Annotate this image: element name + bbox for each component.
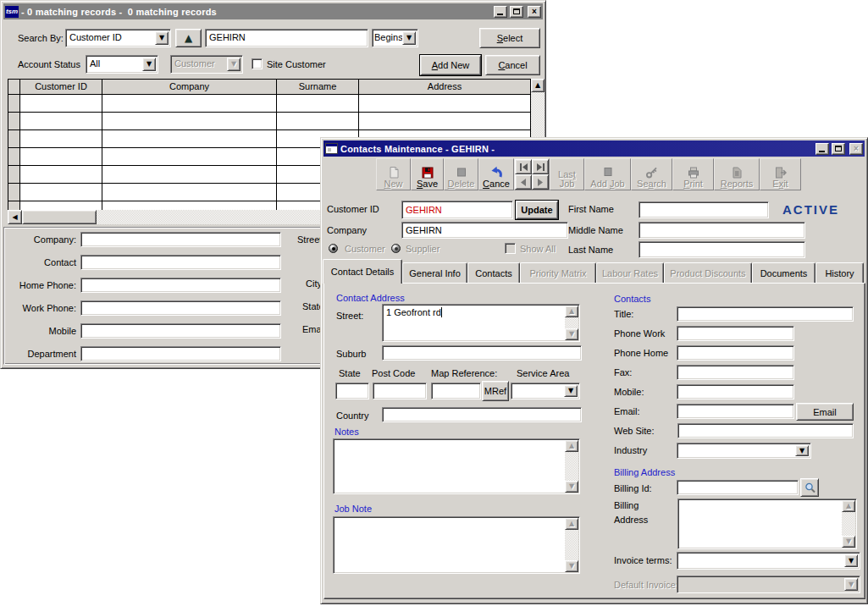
maximize-icon[interactable]	[832, 143, 845, 155]
detail-right-label: Street	[297, 234, 322, 245]
add-new-button[interactable]: Add New	[420, 55, 481, 75]
minimize-icon[interactable]	[494, 6, 507, 18]
invoice-terms-combo[interactable]: ▼	[677, 552, 860, 570]
grid-column-header[interactable]: Address	[359, 80, 531, 95]
contacts-window: Contacts Maintenance - GEHIRN - × NewSav…	[320, 137, 868, 604]
account-status-combo[interactable]: All ▼	[86, 55, 158, 74]
contacts-window-titlebar[interactable]: Contacts Maintenance - GEHIRN - ×	[323, 140, 865, 157]
tab-documents[interactable]: Documents	[752, 262, 815, 284]
last-name-field[interactable]	[639, 241, 805, 258]
search-input[interactable]: GEHIRN	[205, 29, 368, 47]
tab-labour-rates-label: Labour Rates	[602, 268, 658, 278]
search-up-button[interactable]: ▲	[175, 29, 202, 47]
suburb-field[interactable]	[382, 345, 582, 361]
supplier-radio[interactable]	[391, 244, 401, 253]
last-record-icon[interactable]	[532, 159, 549, 174]
search-by-combo[interactable]: Customer ID ▼	[65, 29, 171, 47]
contacts-heading: Contacts	[614, 294, 650, 304]
minimize-icon[interactable]	[815, 143, 829, 155]
tab-history[interactable]: History	[815, 262, 864, 284]
chevron-down-icon[interactable]: ▼	[795, 445, 809, 456]
chevron-down-icon[interactable]: ▼	[564, 385, 578, 397]
fax-field[interactable]	[677, 365, 794, 380]
mref-button[interactable]: MRef	[482, 381, 509, 401]
grid-cell	[20, 184, 102, 201]
grid-column-header[interactable]: Customer ID	[20, 80, 102, 95]
cancel-button[interactable]: Cancel	[485, 55, 540, 75]
state-field[interactable]	[335, 383, 369, 399]
street-field[interactable]: 1 Geofront rd ▲ ▼	[382, 304, 580, 342]
tab-general-info[interactable]: General Info	[402, 262, 467, 284]
middle-name-label: Middle Name	[568, 225, 623, 235]
hscroll-thumb[interactable]	[22, 210, 97, 224]
close-icon[interactable]: ×	[528, 6, 541, 18]
country-field[interactable]	[382, 407, 582, 422]
phone-home-field[interactable]	[677, 345, 794, 361]
email-field[interactable]	[677, 404, 794, 419]
detail-field[interactable]	[80, 278, 281, 293]
maximize-icon[interactable]	[510, 6, 523, 18]
grid-cell	[20, 113, 102, 130]
chevron-down-icon[interactable]: ▼	[142, 58, 156, 71]
post-code-field[interactable]	[373, 383, 427, 399]
grid-column-header[interactable]: Surname	[277, 80, 359, 95]
tab-priority-matrix: Priority Matrix	[520, 262, 596, 284]
phone-work-field[interactable]	[677, 326, 794, 341]
grid-cell	[102, 113, 277, 130]
delete-icon	[455, 165, 468, 179]
grid-cell	[102, 130, 277, 148]
contacts-window-title: Contacts Maintenance - GEHIRN -	[340, 144, 813, 154]
middle-name-field[interactable]	[639, 222, 805, 239]
phone-home-label: Phone Home	[614, 348, 668, 358]
email-button[interactable]: Email	[796, 403, 854, 421]
scroll-left-icon[interactable]: ◀	[8, 210, 22, 224]
service-area-combo[interactable]: ▼	[511, 383, 580, 399]
cance-button[interactable]: Cance	[478, 158, 514, 190]
match-mode-combo[interactable]: Begins W ▼	[372, 29, 418, 47]
billing-id-lookup-button[interactable]	[800, 478, 819, 497]
notes-field[interactable]: ▲ ▼	[333, 438, 580, 494]
detail-field[interactable]	[80, 255, 281, 270]
industry-field[interactable]: ▼	[677, 443, 811, 459]
first-record-icon[interactable]	[515, 159, 532, 174]
mobile-field[interactable]	[677, 384, 794, 399]
job-note-field[interactable]: ▲ ▼	[333, 516, 580, 574]
update-button[interactable]: Update	[516, 201, 558, 219]
grid-column-header[interactable]: Company	[102, 80, 277, 95]
site-customer-checkbox[interactable]	[252, 58, 263, 69]
select-button[interactable]: Select	[479, 28, 540, 48]
billing-id-field[interactable]	[677, 480, 799, 495]
billing-address-field[interactable]: ▲ ▼	[677, 499, 857, 549]
first-name-field[interactable]	[639, 201, 769, 218]
title-field[interactable]	[677, 306, 854, 322]
detail-field[interactable]	[80, 232, 281, 247]
detail-field[interactable]	[80, 346, 281, 361]
previous-record-icon[interactable]	[515, 174, 532, 190]
map-reference-field[interactable]	[431, 383, 481, 399]
grid-cell	[102, 95, 277, 113]
scroll-down-icon: ▼	[565, 560, 578, 572]
customer-radio[interactable]	[329, 244, 338, 253]
tab-contacts[interactable]: Contacts	[467, 262, 520, 284]
add-job-button: Add Job	[584, 158, 631, 190]
scroll-up-icon[interactable]: ▲	[531, 79, 545, 92]
chevron-down-icon[interactable]: ▼	[844, 554, 858, 567]
detail-field[interactable]	[80, 300, 281, 316]
new-page-icon	[387, 165, 401, 179]
chevron-down-icon: ▼	[227, 58, 240, 71]
tab-contact-details[interactable]: Contact Details	[323, 259, 402, 284]
tab-priority-matrix-label: Priority Matrix	[529, 268, 586, 278]
customer-id-field[interactable]: GEHIRN	[401, 201, 513, 219]
web-site-field[interactable]	[677, 423, 854, 438]
street-label: Street:	[336, 311, 363, 321]
chevron-down-icon[interactable]: ▼	[402, 31, 416, 45]
next-record-icon[interactable]	[532, 174, 549, 190]
company-field[interactable]: GEHIRN	[401, 222, 568, 239]
grid-cell	[20, 166, 102, 184]
grid-row-selector	[8, 148, 20, 166]
service-area-label: Service Area	[517, 368, 569, 378]
search-window-titlebar[interactable]: tsm - 0 matching records - 0 matching re…	[3, 3, 543, 19]
detail-field[interactable]	[80, 323, 281, 339]
chevron-down-icon[interactable]: ▼	[155, 31, 169, 45]
save-button[interactable]: Save	[411, 158, 444, 190]
